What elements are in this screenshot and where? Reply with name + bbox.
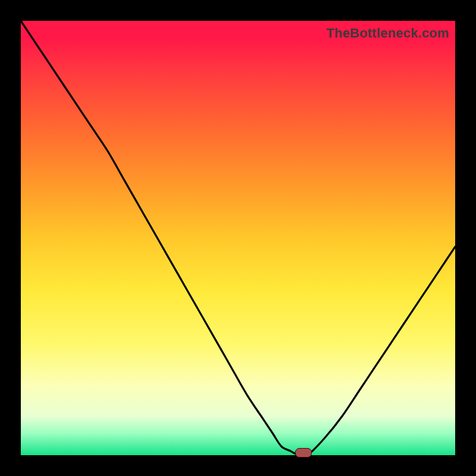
bottleneck-curve xyxy=(21,21,455,455)
optimal-point-marker xyxy=(295,448,312,458)
chart-frame: TheBottleneck.com xyxy=(0,0,476,476)
plot-area: TheBottleneck.com xyxy=(21,21,455,455)
